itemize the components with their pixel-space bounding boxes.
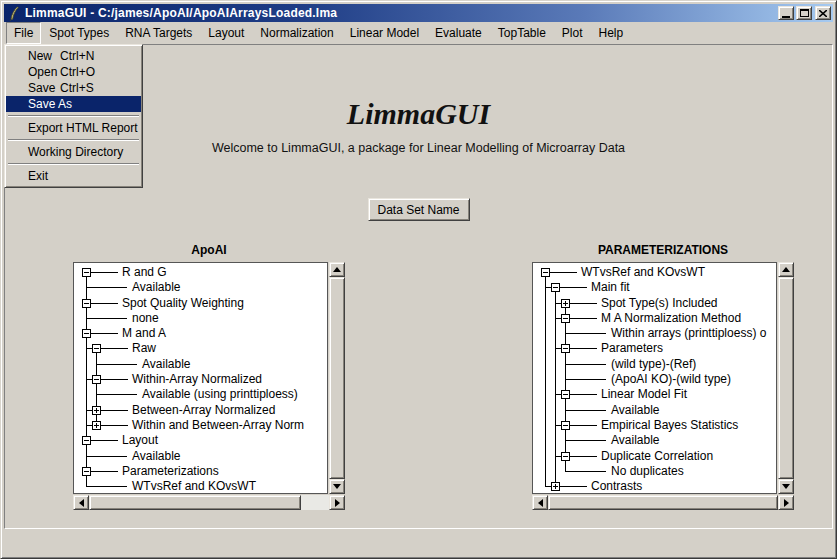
tree-node-label: R and G xyxy=(122,265,167,280)
tree-row[interactable]: WTvsRef and KOvsWT xyxy=(76,479,327,494)
scroll-down-button[interactable] xyxy=(329,479,345,494)
tree-node-label: Parameterizations xyxy=(122,464,219,479)
menu-item-open[interactable]: Open Ctrl+O xyxy=(6,64,141,80)
maximize-button[interactable] xyxy=(796,6,812,20)
scroll-left-button[interactable] xyxy=(73,495,89,510)
apoai-vertical-scrollbar[interactable] xyxy=(329,262,345,494)
collapse-box-icon[interactable] xyxy=(561,314,570,323)
tree-connector-line xyxy=(545,357,546,372)
tree-row[interactable]: Available (using printtiploess) xyxy=(76,387,327,402)
menu-help[interactable]: Help xyxy=(591,22,632,44)
apoai-horizontal-scrollbar[interactable] xyxy=(73,495,345,510)
collapse-box-icon[interactable] xyxy=(561,421,570,430)
parameterizations-tree-listbox[interactable]: WTvsRef and KOvsWTMain fitSpot Type(s) I… xyxy=(532,262,777,494)
menu-item-working-directory[interactable]: Working Directory xyxy=(6,144,141,160)
parameterizations-horizontal-scrollbar[interactable] xyxy=(532,495,794,510)
menu-layout[interactable]: Layout xyxy=(200,22,252,44)
menu-item-export-html-report[interactable]: Export HTML Report xyxy=(6,120,141,136)
menu-plot[interactable]: Plot xyxy=(554,22,591,44)
tree-row[interactable]: Main fit xyxy=(535,280,776,295)
tree-row[interactable]: Parameters xyxy=(535,341,776,356)
scroll-up-button[interactable] xyxy=(778,262,794,277)
collapse-box-icon[interactable] xyxy=(82,268,91,277)
tree-row[interactable]: Available xyxy=(76,449,327,464)
collapse-box-icon[interactable] xyxy=(561,344,570,353)
collapse-box-icon[interactable] xyxy=(82,299,91,308)
scroll-trough[interactable] xyxy=(301,495,329,510)
collapse-box-icon[interactable] xyxy=(92,344,101,353)
data-set-name-button[interactable]: Data Set Name xyxy=(368,198,470,221)
scroll-right-button[interactable] xyxy=(329,495,345,510)
collapse-box-icon[interactable] xyxy=(82,467,91,476)
tree-row[interactable]: Available xyxy=(535,433,776,448)
close-button[interactable] xyxy=(815,6,831,20)
tree-row[interactable]: M and A xyxy=(76,326,327,341)
menu-item-new[interactable]: New Ctrl+N xyxy=(6,48,141,64)
vertical-scroll-thumb[interactable] xyxy=(778,277,794,479)
tree-connector-line xyxy=(570,303,597,304)
tree-row[interactable]: (ApoAI KO)-(wild type) xyxy=(535,372,776,387)
tree-node-label: No duplicates xyxy=(611,464,684,479)
tree-node-label: Available xyxy=(132,280,180,295)
collapse-box-icon[interactable] xyxy=(561,452,570,461)
title-bar[interactable]: LimmaGUI - C:/james/ApoAI/ApoAIArraysLoa… xyxy=(4,4,833,22)
tree-row[interactable]: Spot Type(s) Included xyxy=(535,296,776,311)
tree-row[interactable]: Parameterizations xyxy=(76,464,327,479)
collapse-box-icon[interactable] xyxy=(541,268,550,277)
tree-row[interactable]: Available xyxy=(76,357,327,372)
tree-row[interactable]: No duplicates xyxy=(535,464,776,479)
tree-row[interactable]: none xyxy=(76,311,327,326)
menu-file[interactable]: File xyxy=(6,22,41,44)
apoai-tree-listbox[interactable]: R and GAvailableSpot Quality Weightingno… xyxy=(73,262,328,494)
scroll-up-button[interactable] xyxy=(329,262,345,277)
arrow-up-icon xyxy=(333,267,341,272)
menu-item-label: Save xyxy=(28,81,55,95)
tree-row[interactable]: Within and Between-Array Norm xyxy=(76,418,327,433)
menu-item-exit[interactable]: Exit xyxy=(6,168,141,184)
menu-evaluate[interactable]: Evaluate xyxy=(427,22,490,44)
collapse-box-icon[interactable] xyxy=(561,390,570,399)
parameterizations-vertical-scrollbar[interactable] xyxy=(778,262,794,494)
horizontal-scroll-thumb[interactable] xyxy=(89,495,301,510)
menu-spot-types[interactable]: Spot Types xyxy=(41,22,117,44)
tree-row[interactable]: Within-Array Normalized xyxy=(76,372,327,387)
tree-row[interactable]: Spot Quality Weighting xyxy=(76,296,327,311)
menu-normalization[interactable]: Normalization xyxy=(252,22,341,44)
tree-row[interactable]: M A Normalization Method xyxy=(535,311,776,326)
minimize-button[interactable] xyxy=(778,6,794,20)
menu-item-save-as[interactable]: Save As xyxy=(6,96,141,112)
tree-connector-line xyxy=(566,333,606,334)
collapse-box-icon[interactable] xyxy=(82,436,91,445)
menu-toptable[interactable]: TopTable xyxy=(490,22,554,44)
tree-row[interactable]: WTvsRef and KOvsWT xyxy=(535,265,776,280)
scroll-down-button[interactable] xyxy=(778,479,794,494)
expand-box-icon[interactable] xyxy=(551,482,560,491)
menu-rna-targets[interactable]: RNA Targets xyxy=(117,22,200,44)
tree-row[interactable]: Duplicate Correlation xyxy=(535,449,776,464)
tree-row[interactable]: Available xyxy=(76,280,327,295)
collapse-box-icon[interactable] xyxy=(92,375,101,384)
parameterizations-tree: WTvsRef and KOvsWTMain fitSpot Type(s) I… xyxy=(532,262,794,510)
horizontal-scroll-thumb[interactable] xyxy=(548,495,778,510)
scroll-left-button[interactable] xyxy=(532,495,548,510)
tree-row[interactable]: Available xyxy=(535,403,776,418)
expand-box-icon[interactable] xyxy=(92,421,101,430)
collapse-box-icon[interactable] xyxy=(82,329,91,338)
tree-row[interactable]: Empirical Bayes Statistics xyxy=(535,418,776,433)
file-menu-popup: New Ctrl+N Open Ctrl+O Save Ctrl+S Save … xyxy=(4,44,143,188)
expand-box-icon[interactable] xyxy=(92,406,101,415)
menu-linear-model[interactable]: Linear Model xyxy=(342,22,427,44)
tree-row[interactable]: Within arrays (printtiploess) o xyxy=(535,326,776,341)
tree-row[interactable]: Layout xyxy=(76,433,327,448)
tree-row[interactable]: Contrasts xyxy=(535,479,776,494)
menu-item-save[interactable]: Save Ctrl+S xyxy=(6,80,141,96)
tree-row[interactable]: (wild type)-(Ref) xyxy=(535,357,776,372)
collapse-box-icon[interactable] xyxy=(551,283,560,292)
tree-row[interactable]: Linear Model Fit xyxy=(535,387,776,402)
vertical-scroll-thumb[interactable] xyxy=(329,277,345,479)
expand-box-icon[interactable] xyxy=(561,299,570,308)
tree-row[interactable]: Between-Array Normalized xyxy=(76,403,327,418)
tree-row[interactable]: Raw xyxy=(76,341,327,356)
tree-row[interactable]: R and G xyxy=(76,265,327,280)
scroll-right-button[interactable] xyxy=(778,495,794,510)
